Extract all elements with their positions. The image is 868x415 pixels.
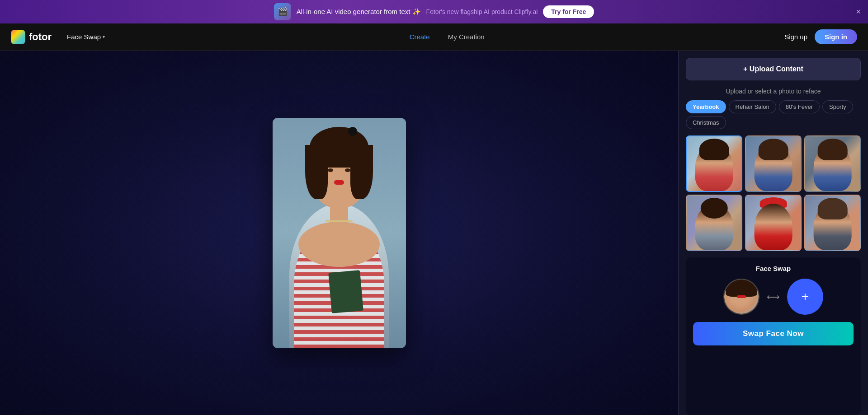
faceswap-section: Face Swap ⟷ + Swap Face Now	[686, 257, 861, 415]
template-img-6	[805, 196, 860, 250]
face-swap-arrow: ⟷	[767, 291, 780, 302]
nav-right: Sign up Sign in	[784, 29, 857, 44]
banner-close-button[interactable]: ×	[856, 7, 861, 17]
banner-main-text: All-in-one AI video generator from text …	[297, 8, 421, 16]
template-grid	[679, 135, 868, 251]
tab-yearbook[interactable]: Yearbook	[686, 100, 726, 113]
navbar: fotor Face Swap ▾ Create My Creation Sig…	[0, 23, 868, 51]
template-item-1[interactable]	[686, 135, 742, 192]
faceswap-row: ⟷ +	[693, 279, 854, 315]
upload-content-button[interactable]: + Upload Content	[686, 58, 861, 80]
category-tabs: Yearbook Rehair Salon 80's Fever Sporty …	[679, 100, 868, 129]
template-img-5	[746, 196, 801, 250]
nav-faceswap-label: Face Swap	[67, 33, 101, 41]
promo-banner: 🎬 All-in-one AI video generator from tex…	[0, 0, 868, 23]
nav-link-mycreation[interactable]: My Creation	[448, 33, 485, 41]
faceswap-title: Face Swap	[693, 265, 854, 272]
signin-button[interactable]: Sign in	[815, 29, 857, 44]
tab-christmas[interactable]: Christmas	[686, 116, 726, 129]
face-source-avatar	[723, 279, 760, 315]
signup-button[interactable]: Sign up	[784, 33, 807, 41]
right-panel: + Upload Content Upload or select a phot…	[678, 51, 868, 415]
template-item-2[interactable]	[745, 135, 802, 192]
content-area	[0, 51, 678, 415]
template-img-2	[746, 136, 801, 191]
template-img-1	[687, 136, 741, 191]
banner-cta-button[interactable]: Try for Free	[543, 5, 594, 18]
banner-icon: 🎬	[274, 3, 291, 20]
template-item-4[interactable]	[686, 195, 742, 251]
chevron-down-icon: ▾	[103, 34, 105, 39]
main-content: + Upload Content Upload or select a phot…	[0, 51, 868, 415]
template-item-5[interactable]	[745, 195, 802, 251]
template-item-3[interactable]	[804, 135, 861, 192]
logo-icon	[11, 30, 25, 44]
template-img-3	[805, 136, 860, 191]
template-item-6[interactable]	[804, 195, 861, 251]
tab-sporty[interactable]: Sporty	[822, 100, 853, 113]
banner-sub-text: Fotor's new flagship AI product Clipfly.…	[426, 8, 538, 15]
panel-subtitle: Upload or select a photo to reface	[679, 88, 868, 95]
logo[interactable]: fotor	[11, 30, 52, 44]
template-img-4	[687, 196, 741, 250]
main-image-container	[273, 118, 406, 348]
swap-face-now-button[interactable]: Swap Face Now	[693, 322, 854, 345]
nav-link-create[interactable]: Create	[410, 33, 430, 41]
nav-center: Create My Creation	[109, 33, 784, 41]
tab-80s-fever[interactable]: 80's Fever	[779, 100, 820, 113]
nav-faceswap-menu[interactable]: Face Swap ▾	[62, 30, 109, 43]
add-face-button[interactable]: +	[787, 279, 823, 315]
logo-text: fotor	[29, 31, 52, 43]
tab-rehair-salon[interactable]: Rehair Salon	[729, 100, 776, 113]
